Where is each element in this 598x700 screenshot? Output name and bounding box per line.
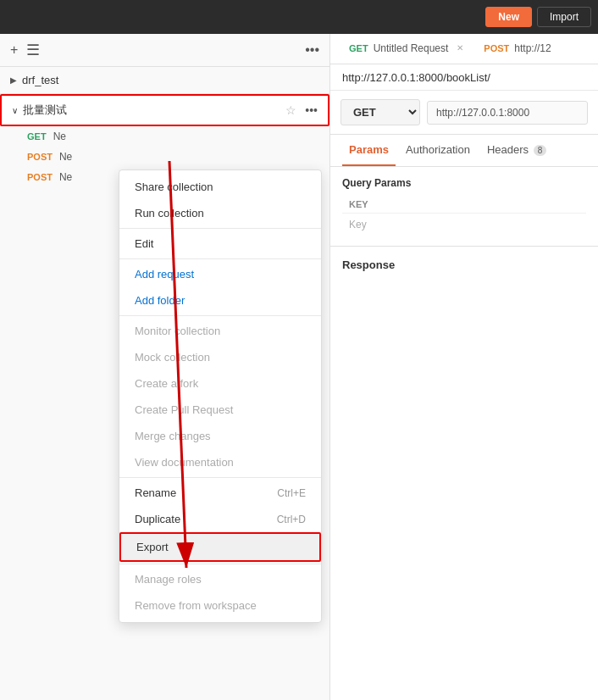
params-tab-label: Params [349, 143, 389, 156]
menu-label-mock: Mock collection [135, 351, 210, 364]
menu-label-share: Share collection [135, 181, 213, 193]
filter-icon: ☰ [26, 41, 40, 59]
menu-label-pull-request: Create Pull Request [135, 403, 233, 416]
request-name-2: Ne [59, 151, 72, 163]
menu-item-share[interactable]: Share collection [119, 174, 321, 200]
menu-item-manage-roles: Manage roles [119, 566, 321, 592]
star-icon[interactable]: ☆ [285, 103, 296, 117]
top-bar: New Import [0, 0, 598, 34]
add-button[interactable]: + [10, 42, 18, 58]
menu-label-add-folder: Add folder [135, 294, 185, 307]
menu-label-docs: View documentation [135, 456, 234, 469]
menu-label-add-request: Add request [135, 268, 194, 281]
request-name-3: Ne [59, 171, 72, 183]
url-input[interactable] [427, 101, 588, 125]
query-params-row-1: Key [342, 213, 586, 236]
tab-close-icon[interactable]: ✕ [457, 43, 463, 53]
collection-item-drf-test[interactable]: ▶ drf_test [0, 67, 329, 94]
menu-item-export[interactable]: Export [119, 532, 321, 562]
menu-label-rename: Rename [135, 486, 176, 499]
query-params-header-row: KEY [342, 196, 586, 213]
menu-label-run: Run collection [135, 207, 204, 219]
sidebar: + ☰ ••• ▶ drf_test ∨ 批量测试 [0, 34, 330, 700]
chevron-down-icon: ∨ [12, 106, 18, 115]
tab-authorization[interactable]: Authorization [399, 135, 477, 166]
rename-shortcut: Ctrl+E [277, 487, 306, 499]
plus-icon: + [10, 42, 18, 58]
menu-separator-1 [119, 228, 321, 229]
tab-method-post: POST [484, 43, 509, 53]
menu-item-merge: Merge changes [119, 423, 321, 449]
dots-icon: ••• [305, 42, 319, 57]
request-name-1: Ne [53, 131, 66, 142]
menu-item-monitor: Monitor collection [119, 318, 321, 344]
folder-header[interactable]: ∨ 批量测试 ☆ ••• [0, 94, 329, 126]
menu-separator-3 [119, 315, 321, 316]
tab-method-get: GET [349, 43, 368, 53]
key-column-header: KEY [342, 196, 586, 213]
menu-label-edit: Edit [135, 237, 153, 250]
menu-item-add-request[interactable]: Add request [119, 261, 321, 287]
new-button[interactable]: New [485, 7, 532, 27]
menu-item-remove: Remove from workspace [119, 592, 321, 619]
method-select[interactable]: GET POST PUT DELETE [341, 99, 420, 125]
response-section: Response [330, 246, 598, 700]
import-button[interactable]: Import [537, 7, 591, 27]
response-title: Response [342, 258, 586, 271]
method-post-badge-2: POST [27, 172, 53, 182]
tab-label-untitled: Untitled Request [374, 42, 449, 54]
menu-item-run[interactable]: Run collection [119, 200, 321, 226]
tab-label-post: http://12 [514, 42, 551, 54]
request-tabs-bar: GET Untitled Request ✕ POST http://12 [330, 34, 598, 64]
query-params-title: Query Params [342, 177, 586, 189]
menu-separator-5 [119, 564, 321, 564]
menu-item-fork: Create a fork [119, 370, 321, 397]
main-layout: + ☰ ••• ▶ drf_test ∨ 批量测试 [0, 34, 598, 700]
folder-name: 批量测试 [23, 103, 280, 118]
duplicate-shortcut: Ctrl+D [277, 514, 306, 525]
folder-more-icon[interactable]: ••• [305, 103, 318, 117]
menu-label-remove: Remove from workspace [135, 599, 257, 612]
menu-item-rename[interactable]: Rename Ctrl+E [119, 480, 321, 506]
menu-separator-4 [119, 477, 321, 478]
collection-name: drf_test [22, 74, 58, 86]
headers-tab-label: Headers [487, 143, 529, 156]
query-params-section: Query Params KEY Key [330, 167, 598, 246]
chevron-right-icon: ▶ [10, 75, 17, 85]
menu-item-edit[interactable]: Edit [119, 231, 321, 257]
menu-label-duplicate: Duplicate [135, 513, 180, 525]
menu-item-duplicate[interactable]: Duplicate Ctrl+D [119, 506, 321, 532]
menu-label-monitor: Monitor collection [135, 325, 220, 337]
method-post-badge: POST [27, 152, 53, 162]
menu-item-add-folder[interactable]: Add folder [119, 287, 321, 314]
sub-request-2[interactable]: POST Ne [24, 147, 329, 167]
sidebar-more-button[interactable]: ••• [305, 42, 319, 58]
filter-button[interactable]: ☰ [26, 41, 40, 59]
right-panel: GET Untitled Request ✕ POST http://12 ht… [330, 34, 598, 700]
menu-label-fork: Create a fork [135, 377, 198, 390]
headers-badge: 8 [534, 145, 547, 156]
menu-item-docs: View documentation [119, 449, 321, 475]
tab-untitled-request[interactable]: GET Untitled Request ✕ [341, 36, 472, 63]
sidebar-toolbar: + ☰ ••• [0, 34, 329, 67]
authorization-tab-label: Authorization [406, 143, 470, 156]
menu-label-manage-roles: Manage roles [135, 573, 202, 586]
tab-post-request[interactable]: POST http://12 [475, 36, 559, 63]
query-params-table: KEY Key [342, 196, 586, 236]
menu-item-mock: Mock collection [119, 344, 321, 370]
key-cell-placeholder[interactable]: Key [342, 214, 586, 236]
method-get-badge: GET [27, 131, 47, 142]
url-display-bar: http://127.0.0.1:8000/bookList/ [330, 64, 598, 91]
full-url-display: http://127.0.0.1:8000/bookList/ [342, 71, 490, 84]
url-bar: GET POST PUT DELETE [330, 91, 598, 135]
context-menu: Share collection Run collection Edit Add… [119, 169, 322, 623]
menu-separator-2 [119, 258, 321, 259]
tab-params[interactable]: Params [342, 135, 396, 166]
menu-label-merge: Merge changes [135, 430, 211, 442]
tab-headers[interactable]: Headers 8 [480, 135, 553, 166]
params-tabs-bar: Params Authorization Headers 8 [330, 135, 598, 167]
sub-request-1[interactable]: GET Ne [24, 126, 329, 147]
menu-item-pull-request: Create Pull Request [119, 397, 321, 423]
menu-label-export: Export [136, 541, 169, 553]
